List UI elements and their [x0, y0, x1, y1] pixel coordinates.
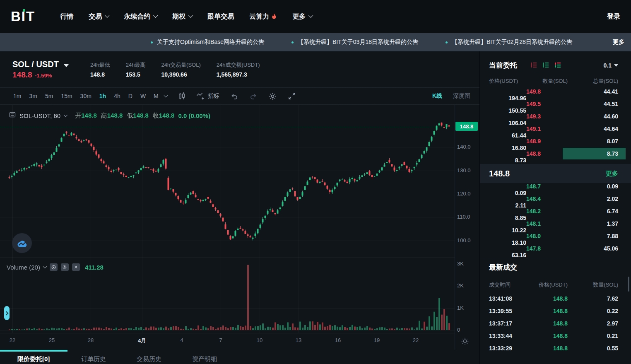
order-amount: 2.02 [568, 195, 618, 202]
nav-item-永续合约[interactable]: 永续合约 [124, 12, 157, 21]
order-amount: 6.74 [568, 208, 618, 215]
orderbook-combined-view-icon[interactable] [554, 62, 561, 68]
trades-scrollbar[interactable] [628, 277, 629, 292]
order-book-more-link[interactable]: 更多 [606, 170, 618, 178]
chart-view-tabs: K线深度图 [432, 92, 470, 100]
volume-visibility-icon[interactable] [50, 263, 58, 271]
trade-amount: 7.62 [568, 295, 618, 302]
undo-icon[interactable] [230, 92, 238, 100]
ask-row[interactable]: 149.844.41194.96 [480, 88, 631, 101]
bid-row[interactable]: 148.26.748.85 [480, 208, 631, 220]
announcement-item[interactable]: 【系统升级】BIT关于02月28日系统升级的公告 [446, 39, 572, 46]
trade-amount: 0.55 [568, 345, 618, 352]
redo-icon[interactable] [249, 92, 258, 100]
view-tab-深度图[interactable]: 深度图 [453, 92, 470, 100]
ask-row[interactable]: 149.144.6461.44 [480, 125, 631, 138]
order-total: 2.11 [489, 202, 526, 209]
announcement-item[interactable]: 【系统升级】BIT关于03月18日系统升级的公告 [291, 39, 418, 46]
time-axis[interactable]: 2225284月471013161922 [0, 333, 455, 350]
bid-row[interactable]: 148.11.3710.22 [480, 220, 631, 233]
order-amount: 8.73 [568, 150, 618, 157]
login-button[interactable]: 登录 [607, 12, 620, 21]
chart-legend-icon[interactable] [9, 111, 16, 120]
ohlc-高: 高148.8 [101, 112, 123, 120]
trades-column: 价格(USDT) [526, 281, 568, 289]
order-price: 149.8 [526, 88, 568, 95]
ohlc-label: 开 [75, 112, 81, 119]
announcements-more-link[interactable]: 更多 [613, 39, 624, 46]
bid-row[interactable]: 148.07.8818.10 [480, 233, 631, 245]
precision-selector[interactable]: 0.1 [604, 62, 618, 69]
trade-row: 13:41:08148.87.62 [480, 292, 631, 305]
stat-label: 24h成交额(USDT) [217, 61, 260, 69]
timeframe-4h[interactable]: 4h [114, 93, 120, 99]
nav-item-更多[interactable]: 更多 [292, 12, 312, 21]
timeframe-D[interactable]: D [128, 93, 132, 99]
timeframe-M[interactable]: M [154, 93, 159, 99]
chevron-down-icon [153, 13, 158, 18]
order-price: 147.8 [526, 245, 568, 252]
ask-row[interactable]: 149.344.60106.04 [480, 113, 631, 125]
price-tick-label: 120.0 [457, 190, 478, 197]
order-amount: 45.06 [568, 245, 618, 252]
bottom-tab-资产明细[interactable]: 资产明细 [192, 355, 217, 363]
price-tick-label: 140.0 [457, 144, 478, 150]
brand-logo[interactable]: BIT [11, 9, 35, 24]
nav-item-云算力[interactable]: 云算力 [249, 12, 277, 21]
candle-style-icon[interactable] [178, 92, 185, 100]
order-price: 148.8 [526, 150, 568, 157]
nav-item-label: 更多 [292, 12, 306, 21]
volume-close-icon[interactable]: ✕ [72, 263, 80, 271]
timeframe-3m[interactable]: 3m [29, 93, 37, 99]
bottom-tab-交易历史[interactable]: 交易历史 [137, 355, 161, 363]
panel-expand-handle[interactable] [4, 306, 10, 320]
announcement-list: 关于支持Optimism和Base网络升级的公告【系统升级】BIT关于03月18… [151, 39, 572, 46]
timeframe-15m[interactable]: 15m [61, 93, 72, 99]
brand-logo-dot [23, 9, 25, 12]
candlestick-chart-canvas[interactable] [0, 105, 455, 333]
bid-row[interactable]: 147.845.0663.16 [480, 245, 631, 258]
announcement-item[interactable]: 关于支持Optimism和Base网络升级的公告 [151, 39, 264, 46]
panel-divider [480, 259, 631, 259]
nav-item-期权[interactable]: 期权 [172, 12, 192, 21]
timeframe-5m[interactable]: 5m [45, 93, 53, 99]
trade-row: 13:37:17148.82.97 [480, 317, 631, 330]
orders-tab-bar: 限价委托[0]订单历史交易历史资产明细 [0, 350, 479, 364]
trade-row: 13:33:29148.80.55 [480, 342, 631, 354]
nav-item-交易[interactable]: 交易 [89, 12, 108, 21]
volume-indicator-label[interactable]: Volume (20) [7, 264, 40, 271]
indicators-button[interactable]: 指标 [196, 92, 219, 100]
time-settings-icon[interactable] [460, 337, 470, 347]
price-axis-border [455, 105, 455, 350]
pair-selector[interactable]: SOL / USDT 148.8 -1.59% [12, 60, 79, 80]
timeframe-more-chevron-icon[interactable] [164, 94, 168, 98]
ask-row[interactable]: 148.88.738.73 [480, 150, 631, 163]
legend-symbol[interactable]: SOL-USDT, 60 [19, 112, 60, 119]
fullscreen-icon[interactable] [288, 92, 296, 100]
bid-row[interactable]: 148.70.090.09 [480, 183, 631, 195]
chart-area: SOL-USDT, 60 开148.8高148.8低148.8收148.8 0.… [0, 105, 479, 350]
bid-row[interactable]: 148.42.022.11 [480, 195, 631, 208]
orderbook-bids-view-icon[interactable] [542, 62, 549, 68]
volume-settings-icon[interactable] [61, 263, 69, 271]
timeframe-1m[interactable]: 1m [13, 93, 21, 99]
time-tick-label: 4月 [138, 337, 146, 345]
ask-row[interactable]: 149.544.51150.55 [480, 101, 631, 113]
nav-item-行情[interactable]: 行情 [60, 12, 73, 21]
timeframe-30m[interactable]: 30m [80, 93, 92, 99]
orderbook-asks-view-icon[interactable] [530, 62, 537, 68]
timeframe-1h[interactable]: 1h [99, 93, 106, 99]
nav-item-跟单交易[interactable]: 跟单交易 [207, 12, 234, 21]
bottom-tab-订单历史[interactable]: 订单历史 [81, 355, 106, 363]
chart-settings-gear-icon[interactable] [268, 92, 277, 101]
order-amount: 44.60 [568, 113, 618, 120]
timeframe-W[interactable]: W [140, 93, 146, 99]
view-tab-K线[interactable]: K线 [432, 92, 442, 100]
volume-value: 411.28 [85, 264, 104, 271]
stat-label: 24h最高 [126, 61, 146, 69]
order-total: 150.55 [489, 107, 526, 114]
pair-header: SOL / USDT 148.8 -1.59% 24h最低148.824h最高1… [0, 51, 479, 87]
bottom-tab-限价委托[0][interactable]: 限价委托[0] [17, 355, 50, 363]
order-book-title: 当前委托 [489, 60, 517, 70]
chart-watermark-icon[interactable] [12, 233, 32, 253]
